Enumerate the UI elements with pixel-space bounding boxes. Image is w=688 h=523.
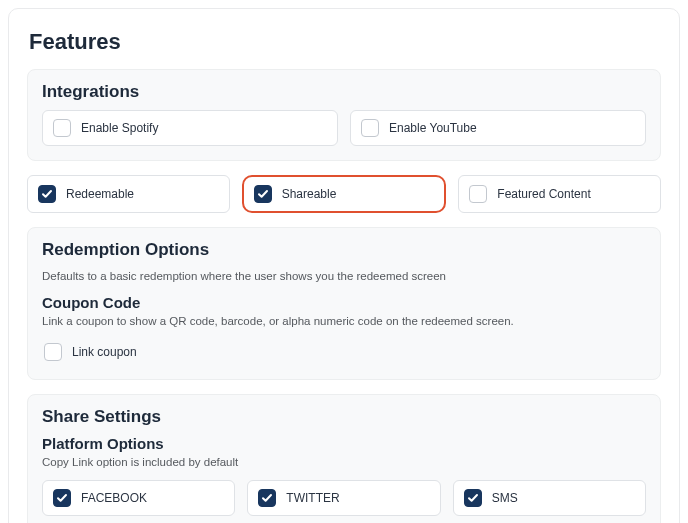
- featured-content-option[interactable]: Featured Content: [458, 175, 661, 213]
- redemption-title: Redemption Options: [42, 240, 646, 260]
- platform-twitter-label: TWITTER: [286, 491, 339, 505]
- platform-facebook-label: FACEBOOK: [81, 491, 147, 505]
- platform-facebook-checkbox[interactable]: [53, 489, 71, 507]
- link-coupon-label: Link coupon: [72, 345, 137, 359]
- enable-youtube-checkbox[interactable]: [361, 119, 379, 137]
- enable-spotify-label: Enable Spotify: [81, 121, 158, 135]
- redeemable-label: Redeemable: [66, 187, 134, 201]
- enable-youtube-label: Enable YouTube: [389, 121, 477, 135]
- integrations-card: Integrations Enable Spotify Enable YouTu…: [27, 69, 661, 161]
- platform-twitter-option[interactable]: TWITTER: [247, 480, 440, 516]
- redemption-card: Redemption Options Defaults to a basic r…: [27, 227, 661, 380]
- enable-youtube-option[interactable]: Enable YouTube: [350, 110, 646, 146]
- features-card: Features Integrations Enable Spotify Ena…: [8, 8, 680, 523]
- share-settings-card: Share Settings Platform Options Copy Lin…: [27, 394, 661, 523]
- share-settings-title: Share Settings: [42, 407, 646, 427]
- featured-content-label: Featured Content: [497, 187, 590, 201]
- redemption-helper: Defaults to a basic redemption where the…: [42, 268, 646, 284]
- platform-options-helper: Copy Link option is included by default: [42, 454, 646, 470]
- shareable-label: Shareable: [282, 187, 337, 201]
- platform-options-title: Platform Options: [42, 435, 646, 452]
- featured-content-checkbox[interactable]: [469, 185, 487, 203]
- platform-sms-option[interactable]: SMS: [453, 480, 646, 516]
- page-title: Features: [29, 29, 661, 55]
- link-coupon-checkbox[interactable]: [44, 343, 62, 361]
- coupon-code-title: Coupon Code: [42, 294, 646, 311]
- redeemable-checkbox[interactable]: [38, 185, 56, 203]
- platform-sms-checkbox[interactable]: [464, 489, 482, 507]
- shareable-option[interactable]: Shareable: [242, 175, 447, 213]
- platform-sms-label: SMS: [492, 491, 518, 505]
- platform-twitter-checkbox[interactable]: [258, 489, 276, 507]
- feature-toggles-row: Redeemable Shareable Featured Content: [27, 175, 661, 213]
- integrations-title: Integrations: [42, 82, 646, 102]
- enable-spotify-checkbox[interactable]: [53, 119, 71, 137]
- link-coupon-option[interactable]: Link coupon: [42, 339, 646, 365]
- coupon-code-helper: Link a coupon to show a QR code, barcode…: [42, 313, 646, 329]
- shareable-checkbox[interactable]: [254, 185, 272, 203]
- platform-facebook-option[interactable]: FACEBOOK: [42, 480, 235, 516]
- redeemable-option[interactable]: Redeemable: [27, 175, 230, 213]
- enable-spotify-option[interactable]: Enable Spotify: [42, 110, 338, 146]
